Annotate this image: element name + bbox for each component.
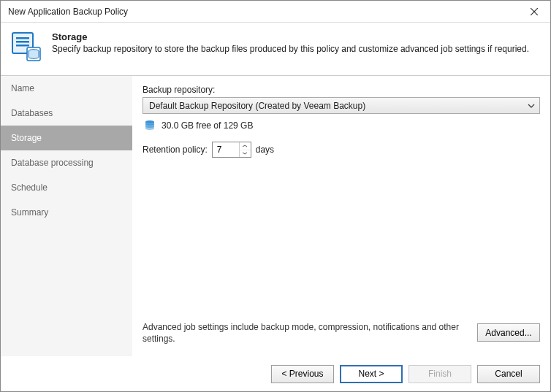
retention-label: Retention policy: (142, 145, 208, 155)
retention-unit: days (256, 145, 274, 155)
advanced-description: Advanced job settings include backup mod… (142, 321, 468, 345)
close-icon (531, 8, 538, 15)
next-button[interactable]: Next > (340, 365, 403, 383)
previous-button[interactable]: < Previous (271, 365, 334, 383)
sidebar-item-databases[interactable]: Databases (1, 101, 132, 126)
header-text: Storage Specify backup repository to sto… (52, 31, 529, 54)
titlebar: New Application Backup Policy (1, 1, 550, 23)
page-description: Specify backup repository to store the b… (52, 44, 529, 54)
chevron-up-icon (242, 145, 248, 147)
page-title: Storage (52, 31, 529, 42)
repository-selected: Default Backup Repository (Created by Ve… (149, 101, 365, 111)
advanced-button[interactable]: Advanced... (477, 323, 540, 342)
repository-label: Backup repository: (142, 85, 540, 95)
advanced-row: Advanced job settings include backup mod… (142, 315, 540, 349)
storage-free-text: 30.0 GB free of 129 GB (162, 120, 253, 131)
svg-rect-5 (16, 45, 29, 47)
close-button[interactable] (518, 1, 550, 22)
sidebar-item-name[interactable]: Name (1, 76, 132, 101)
spinner-down-button[interactable] (240, 150, 251, 158)
spinner-up-button[interactable] (240, 142, 251, 150)
storage-free-row: 30.0 GB free of 129 GB (142, 120, 540, 131)
body: Name Databases Storage Database processi… (1, 75, 550, 356)
svg-rect-4 (16, 41, 29, 43)
retention-input[interactable] (213, 142, 239, 157)
chevron-down-icon (528, 104, 535, 108)
svg-rect-3 (16, 37, 29, 39)
content: Backup repository: Default Backup Reposi… (132, 75, 550, 356)
chevron-down-icon (242, 152, 248, 155)
repository-dropdown[interactable]: Default Backup Repository (Created by Ve… (142, 97, 540, 114)
cancel-button[interactable]: Cancel (477, 365, 540, 383)
retention-spinner[interactable] (212, 142, 251, 158)
retention-row: Retention policy: days (142, 142, 540, 158)
footer: < Previous Next > Finish Cancel (1, 356, 550, 391)
sidebar-item-schedule[interactable]: Schedule (1, 175, 132, 200)
finish-button: Finish (408, 365, 471, 383)
sidebar-item-database-processing[interactable]: Database processing (1, 150, 132, 175)
header: Storage Specify backup repository to sto… (1, 23, 550, 75)
disk-stack-icon (144, 120, 156, 131)
sidebar-item-summary[interactable]: Summary (1, 200, 132, 225)
window-title: New Application Backup Policy (8, 7, 128, 17)
storage-icon (11, 31, 42, 62)
sidebar: Name Databases Storage Database processi… (1, 75, 132, 356)
sidebar-item-storage[interactable]: Storage (1, 126, 132, 150)
